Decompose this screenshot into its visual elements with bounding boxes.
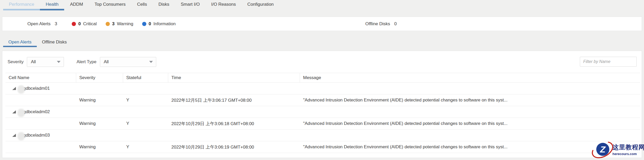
name-filter-input[interactable]	[580, 57, 637, 67]
information-counter: 0 Information	[142, 21, 176, 27]
tab-cells[interactable]: Cells	[131, 0, 153, 10]
table-row[interactable]: Warning Y 2022年10月29日 上午3:06:18 GMT+08:0…	[5, 118, 640, 130]
severity-filter-label: Severity	[8, 59, 23, 65]
collapse-triangle-icon[interactable]	[12, 87, 16, 90]
severity-dropdown[interactable]: All	[27, 57, 64, 67]
column-header-severity[interactable]: Severity	[76, 73, 123, 82]
tab-configuration[interactable]: Configuration	[242, 0, 279, 10]
filter-row: Severity All Alert Type All	[8, 57, 642, 67]
severity-value: Warning	[76, 144, 123, 150]
table-row[interactable]: Warning Y 2022年10月29日 上午3:06:19 GMT+08:0…	[5, 141, 640, 153]
watermark-site-domain: herecours.com	[612, 152, 641, 156]
tab-performance[interactable]: Performance	[3, 0, 40, 10]
table-header-row: Cell Name Severity Stateful Time Message	[5, 73, 640, 83]
message-value: "Advanced Intrusion Detection Environmen…	[300, 121, 640, 126]
redacted-prefix-blob	[17, 132, 25, 140]
alert-type-dropdown-value: All	[104, 59, 109, 65]
open-alerts-panel: Severity All Alert Type All Cell Name Se…	[2, 51, 642, 158]
column-header-message[interactable]: Message	[300, 73, 640, 82]
column-header-time[interactable]: Time	[168, 73, 300, 82]
warning-counter: 3 Warning	[106, 21, 133, 27]
cell-group-name: gdbceladm02	[23, 109, 50, 114]
alerts-subtab-bar: Open Alerts Offline Disks	[3, 38, 644, 47]
column-header-stateful[interactable]: Stateful	[123, 73, 168, 82]
time-value: 2022年12月5日 上午3:06:17 GMT+08:00	[168, 97, 300, 103]
tab-addm[interactable]: ADDM	[64, 0, 89, 10]
offline-disks-summary: Offline Disks 0	[322, 21, 642, 27]
subtab-open-alerts[interactable]: Open Alerts	[3, 38, 37, 47]
critical-label: Critical	[83, 21, 97, 27]
cell-group-name: gdbceladm01	[23, 86, 50, 91]
alerts-summary-bar: Open Alerts 3 0 Critical 3 Warning 0 Inf…	[2, 17, 642, 31]
critical-count: 0	[78, 21, 81, 27]
message-value: "Advanced Intrusion Detection Environmen…	[300, 144, 640, 150]
watermark-site-name: 这里教程网	[612, 143, 641, 151]
time-value: 2022年10月29日 上午3:06:18 GMT+08:00	[168, 121, 300, 127]
table-group-row[interactable]: gdbceladm02	[5, 106, 640, 118]
warning-label: Warning	[117, 21, 133, 27]
alert-type-filter-label: Alert Type	[76, 59, 96, 65]
message-value: "Advanced Intrusion Detection Environmen…	[300, 98, 640, 103]
collapse-triangle-icon[interactable]	[12, 134, 16, 137]
tab-smart-io[interactable]: Smart I/O	[175, 0, 206, 10]
tab-io-reasons[interactable]: I/O Reasons	[206, 0, 242, 10]
information-count: 0	[149, 21, 151, 27]
chevron-down-icon	[149, 61, 153, 63]
severity-value: Warning	[76, 98, 123, 103]
column-header-cell-name[interactable]: Cell Name	[5, 73, 76, 82]
information-dot-icon	[142, 22, 146, 26]
tab-top-consumers[interactable]: Top Consumers	[89, 0, 131, 10]
time-value: 2022年10月29日 上午3:06:19 GMT+08:00	[168, 144, 300, 150]
open-alerts-label: Open Alerts	[27, 21, 51, 27]
critical-dot-icon	[72, 22, 76, 26]
table-group-row[interactable]: gdbceladm01	[5, 83, 640, 94]
tab-health[interactable]: Health	[40, 0, 64, 10]
severity-value: Warning	[76, 121, 123, 126]
offline-disks-label: Offline Disks	[365, 21, 390, 27]
warning-dot-icon	[106, 22, 110, 26]
subtab-offline-disks[interactable]: Offline Disks	[37, 38, 72, 47]
chevron-down-icon	[57, 61, 61, 63]
redacted-prefix-blob	[17, 85, 25, 94]
redacted-prefix-blob	[17, 109, 25, 117]
open-alerts-summary: Open Alerts 3 0 Critical 3 Warning 0 Inf…	[2, 21, 322, 27]
cell-group-name: gdbceladm03	[23, 133, 50, 138]
open-alerts-table: Cell Name Severity Stateful Time Message…	[5, 73, 640, 153]
stateful-value: Y	[123, 144, 168, 150]
watermark-logo-letter: Z	[600, 145, 606, 154]
stateful-value: Y	[123, 121, 168, 126]
information-label: Information	[153, 21, 176, 27]
collapse-triangle-icon[interactable]	[12, 110, 16, 113]
offline-disks-count: 0	[394, 21, 397, 27]
table-row[interactable]: Warning Y 2022年12月5日 上午3:06:17 GMT+08:00…	[5, 94, 640, 106]
stateful-value: Y	[123, 98, 168, 103]
top-tab-bar: Performance Health ADDM Top Consumers Ce…	[0, 0, 644, 10]
warning-count: 3	[112, 21, 115, 27]
severity-dropdown-value: All	[31, 59, 36, 65]
site-watermark: Z 这里教程网 herecours.com	[591, 141, 641, 157]
critical-counter: 0 Critical	[72, 21, 97, 27]
table-group-row[interactable]: gdbceladm03	[5, 130, 640, 141]
watermark-logo-icon: Z	[596, 143, 609, 156]
alert-type-dropdown[interactable]: All	[100, 57, 156, 67]
open-alerts-count: 3	[55, 21, 57, 27]
tab-disks[interactable]: Disks	[153, 0, 175, 10]
